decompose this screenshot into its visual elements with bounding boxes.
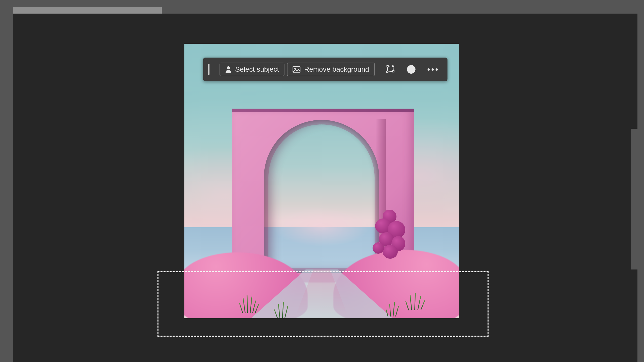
artwork-arch-top [232, 109, 414, 112]
drag-handle-icon[interactable] [208, 64, 210, 75]
canvas-artwork[interactable] [184, 44, 459, 318]
svg-rect-6 [386, 71, 388, 73]
more-horizontal-icon [427, 68, 430, 71]
more-options-button[interactable] [425, 66, 440, 73]
svg-rect-5 [392, 71, 394, 72]
svg-rect-3 [387, 66, 388, 67]
person-silhouette-icon [225, 66, 232, 73]
remove-background-button[interactable]: Remove background [287, 63, 375, 76]
remove-background-label: Remove background [304, 65, 369, 73]
tab-strip-placeholder [13, 7, 162, 14]
image-icon [293, 66, 301, 73]
select-subject-label: Select subject [235, 65, 279, 73]
svg-rect-4 [392, 65, 394, 67]
artwork-arch-opening [264, 120, 379, 273]
transform-handles-icon [386, 64, 395, 74]
select-subject-button[interactable]: Select subject [220, 63, 285, 76]
color-swatch-icon[interactable] [407, 65, 415, 74]
contextual-task-bar: Select subject Remove background [203, 58, 448, 81]
svg-point-2 [294, 68, 296, 69]
artwork-pillar-shade [376, 119, 386, 273]
canvas-panel: Select subject Remove background [13, 14, 637, 362]
svg-point-0 [227, 66, 230, 69]
more-horizontal-icon [435, 68, 438, 71]
more-horizontal-icon [431, 68, 434, 71]
vertical-scrollbar-thumb[interactable] [631, 129, 637, 269]
transform-button[interactable] [383, 62, 397, 76]
